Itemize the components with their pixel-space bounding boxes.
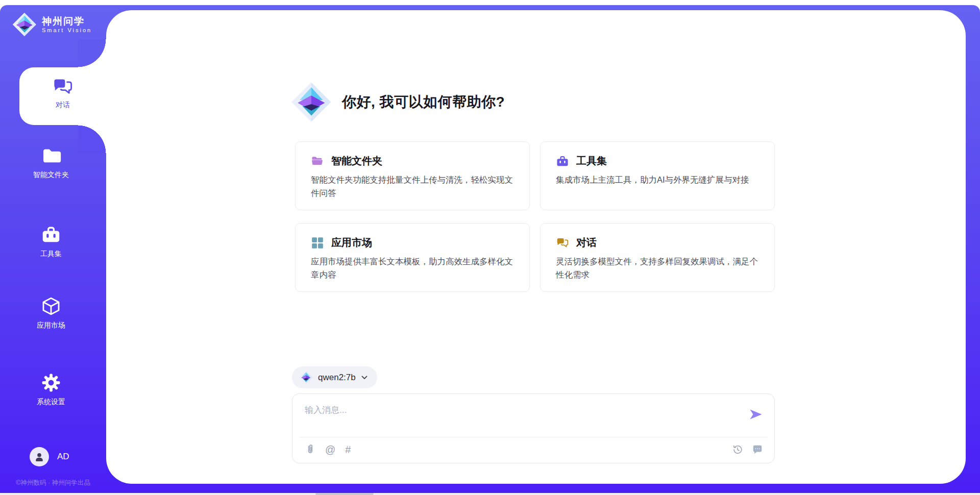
history-icon[interactable] bbox=[732, 444, 743, 455]
greeting-block: 你好, 我可以如何帮助你? bbox=[291, 82, 505, 122]
brand-subtitle: Smart Vision bbox=[42, 27, 92, 33]
send-icon[interactable] bbox=[749, 407, 763, 422]
composer-right-tools bbox=[732, 444, 763, 455]
composer-left-tools: @ # bbox=[305, 444, 351, 455]
card-description: 应用市场提供丰富长文本模板，助力高效生成多样化文章内容 bbox=[311, 255, 514, 281]
attachment-icon[interactable] bbox=[305, 444, 315, 455]
card-description: 集成市场上主流工具，助力AI与外界无缝扩展与对接 bbox=[556, 174, 759, 187]
feature-cards: 智能文件夹 智能文件夹功能支持批量文件上传与清洗，轻松实现文件问答 工具集 集成… bbox=[295, 141, 775, 292]
sidebar-item-label: 应用市场 bbox=[37, 321, 65, 330]
model-name: qwen2:7b bbox=[318, 373, 356, 383]
card-description: 灵活切换多模型文件，支持多样回复效果调试，满足个性化需求 bbox=[556, 255, 759, 281]
diamond-gem-icon bbox=[12, 12, 37, 37]
toolbox-icon bbox=[556, 155, 569, 168]
brand-logo: 神州问学 Smart Vision bbox=[12, 12, 92, 37]
card-app-market[interactable]: 应用市场 应用市场提供丰富长文本模板，助力高效生成多样化文章内容 bbox=[295, 223, 530, 292]
diamond-gem-icon bbox=[291, 82, 332, 122]
sidebar-item-label: 工具集 bbox=[40, 250, 62, 259]
app-shell: 神州问学 Smart Vision 对话 智能文件夹 工具集 应用市场 系统设置 bbox=[0, 5, 980, 493]
sidebar: 神州问学 Smart Vision 对话 智能文件夹 工具集 应用市场 系统设置 bbox=[0, 5, 106, 493]
main-panel: 你好, 我可以如何帮助你? 智能文件夹 智能文件夹功能支持批量文件上传与清洗，轻… bbox=[106, 10, 966, 484]
user-name: AD bbox=[57, 452, 69, 462]
sidebar-item-label: 智能文件夹 bbox=[33, 170, 69, 180]
tab-notch-top bbox=[78, 39, 106, 67]
card-title: 应用市场 bbox=[331, 236, 372, 250]
chevron-down-icon bbox=[361, 374, 368, 381]
cube-icon bbox=[41, 296, 61, 316]
card-smart-folders[interactable]: 智能文件夹 智能文件夹功能支持批量文件上传与清洗，轻松实现文件问答 bbox=[295, 141, 530, 210]
avatar bbox=[30, 447, 49, 466]
sidebar-item-app-market[interactable]: 应用市场 bbox=[0, 296, 102, 330]
card-description: 智能文件夹功能支持批量文件上传与清洗，轻松实现文件问答 bbox=[311, 174, 514, 200]
card-chat[interactable]: 对话 灵活切换多模型文件，支持多样回复效果调试，满足个性化需求 bbox=[540, 223, 775, 292]
horizontal-scrollbar-track[interactable] bbox=[0, 493, 980, 495]
composer-divider bbox=[300, 437, 767, 437]
sidebar-item-chat[interactable]: 对话 bbox=[19, 67, 106, 125]
mention-icon[interactable]: @ bbox=[325, 444, 335, 455]
model-selector[interactable]: qwen2:7b bbox=[292, 366, 377, 388]
chat-bubbles-icon bbox=[556, 236, 569, 250]
folder-open-icon bbox=[311, 155, 324, 168]
gear-icon bbox=[41, 373, 61, 393]
card-header: 智能文件夹 bbox=[311, 154, 514, 168]
card-header: 对话 bbox=[556, 236, 759, 250]
sidebar-item-label: 对话 bbox=[56, 101, 70, 110]
sidebar-item-toolset[interactable]: 工具集 bbox=[0, 225, 102, 259]
brand-title: 神州问学 bbox=[42, 16, 92, 27]
toolbox-icon bbox=[41, 225, 61, 245]
sidebar-item-label: 系统设置 bbox=[37, 398, 65, 407]
diamond-gem-icon bbox=[299, 370, 313, 384]
folder-icon bbox=[41, 145, 61, 166]
hash-icon[interactable]: # bbox=[345, 444, 351, 455]
copyright-footer: ©神州数码 · 神州问学出品 bbox=[2, 479, 104, 487]
sidebar-item-system-settings[interactable]: 系统设置 bbox=[0, 373, 102, 407]
card-header: 应用市场 bbox=[311, 236, 514, 250]
chat-bubbles-icon bbox=[52, 76, 74, 97]
grid-icon bbox=[311, 236, 324, 250]
person-icon bbox=[34, 451, 45, 462]
greeting-text: 你好, 我可以如何帮助你? bbox=[342, 92, 505, 112]
user-account[interactable]: AD bbox=[30, 447, 69, 466]
message-input[interactable] bbox=[305, 402, 733, 418]
card-toolset[interactable]: 工具集 集成市场上主流工具，助力AI与外界无缝扩展与对接 bbox=[540, 141, 775, 210]
card-title: 工具集 bbox=[576, 154, 607, 168]
card-header: 工具集 bbox=[556, 154, 759, 168]
horizontal-scrollbar-thumb[interactable] bbox=[315, 493, 374, 495]
chat-bubble-icon[interactable] bbox=[752, 444, 763, 455]
card-title: 对话 bbox=[576, 236, 597, 250]
message-composer: @ # bbox=[292, 393, 775, 463]
card-title: 智能文件夹 bbox=[331, 154, 382, 168]
tab-notch-bottom bbox=[78, 125, 106, 153]
